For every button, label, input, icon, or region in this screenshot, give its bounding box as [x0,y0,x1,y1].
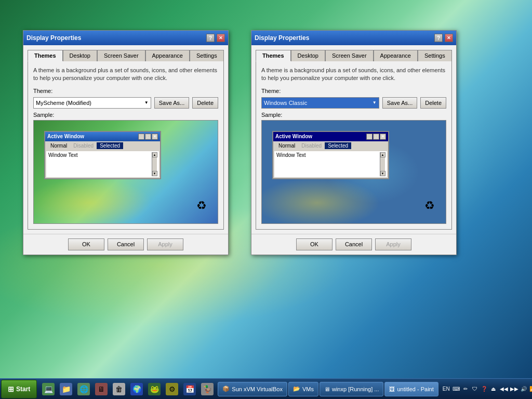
menu-selected-right: Selected [325,142,351,149]
taskbar-items: 💻 📁 🌐 🖥 🗑 🌍 🐸 ⚙ � [38,380,218,398]
taskbar-virtualbox[interactable]: 📦 Sun xVM VirtualBox [218,382,287,396]
tab-settings-right[interactable]: Settings [418,50,452,61]
ok-btn-left[interactable]: OK [68,238,104,250]
taskbar-icon-10[interactable]: 🦆 [199,381,216,397]
taskbar-icon-3[interactable]: 🌐 [75,381,92,397]
winxp-icon: 🖥 [324,386,330,392]
inner-window-title-left: Active Window [47,134,138,139]
desktop: Display Properties ? ✕ Themes Desktop Sc… [0,0,532,399]
description-left: A theme is a background plus a set of so… [33,66,218,83]
tab-appearance-right[interactable]: Appearance [374,50,418,61]
tab-screensaver-right[interactable]: Screen Saver [325,50,374,61]
tab-screensaver-left[interactable]: Screen Saver [97,50,145,61]
inner-scrollbar-left: ▲ ▼ [152,152,157,176]
dialog-right: Display Properties ? ✕ Themes Desktop Sc… [251,30,457,255]
titlebar-controls-left: ? ✕ [206,34,225,42]
taskbar-icon-4[interactable]: 🖥 [93,381,110,397]
apply-btn-left[interactable]: Apply [147,238,183,250]
sample-label-right: Sample: [261,112,446,118]
theme-controls-left: MyScheme (Modified) ▼ Save As... Delete [33,97,218,109]
taskbar: ⊞ Start 💻 📁 🌐 🖥 🗑 🌍 🐸 [0,378,532,399]
menu-disabled-right: Disabled [298,142,325,149]
tab-themes-right[interactable]: Themes [256,50,291,61]
theme-dropdown-left[interactable]: MyScheme (Modified) ▼ [33,97,151,109]
taskbar-icon-2[interactable]: 📁 [58,381,74,397]
help-button-right[interactable]: ? [434,34,443,42]
taskbar-icon-8[interactable]: ⚙ [164,381,180,397]
cancel-btn-right[interactable]: Cancel [336,238,372,250]
taskbar-icon-7[interactable]: 🐸 [146,381,163,397]
inner-close-left: ✕ [152,134,158,140]
network-icon: 🌐 [77,383,90,395]
apply-btn-right[interactable]: Apply [375,238,411,250]
start-label: Start [16,385,30,393]
inner-menu-right: Normal Disabled Selected [273,141,388,150]
vbox-label: Sun xVM VirtualBox [232,386,283,392]
question-icon[interactable]: ❓ [480,385,488,393]
inner-text-area-right: Window Text ▲ ▼ [274,151,387,177]
save-as-btn-left[interactable]: Save As... [154,97,190,109]
keyboard-icon[interactable]: ⌨ [452,385,460,393]
taskbar-icon-9[interactable]: 📅 [181,381,198,397]
lang-label: EN [443,386,450,392]
sample-label-left: Sample: [33,112,218,118]
settings2-icon: ⚙ [166,383,178,395]
tab-desktop-left[interactable]: Desktop [63,50,97,61]
tab-desktop-right[interactable]: Desktop [291,50,325,61]
close-button-left[interactable]: ✕ [217,34,225,42]
tray-icons: ⌨ ✏ 🛡 ❓ ⏏ [452,385,498,393]
menu-normal-right: Normal [275,142,298,149]
tab-bar-right: Themes Desktop Screen Saver Appearance S… [256,49,452,61]
save-as-btn-right[interactable]: Save As... [382,97,418,109]
pen-icon[interactable]: ✏ [461,385,470,393]
tab-appearance-left[interactable]: Appearance [145,50,190,61]
theme-controls-right: Windows Classic ▼ Save As... Delete [261,97,446,109]
close-button-right[interactable]: ✕ [445,34,453,42]
dialog-left-titlebar[interactable]: Display Properties ? ✕ [23,31,228,45]
sample-preview-right: Active Window _ □ ✕ Normal Disabled Sele… [261,120,446,224]
help-button-left[interactable]: ? [206,34,215,42]
inner-max-right: □ [373,134,379,140]
cancel-btn-left[interactable]: Cancel [108,238,144,250]
windows-logo-icon: ⊞ [8,385,14,393]
theme-label-left: Theme: [33,88,59,94]
inner-titlebar-right: Active Window _ □ ✕ [273,132,388,141]
theme-dropdown-right[interactable]: Windows Classic ▼ [261,97,379,109]
dialog-left-title: Display Properties [26,34,206,42]
recycle-bin-preview-right: ♻ [421,199,438,216]
prev-btn[interactable]: ◀◀ [500,385,508,393]
frog-icon: 🐸 [148,383,161,395]
dialog-right-titlebar[interactable]: Display Properties ? ✕ [251,31,456,45]
recycle-icon-left: ♻ [196,199,207,212]
description-right: A theme is a background plus a set of so… [261,66,446,83]
eject-icon[interactable]: ⏏ [489,385,498,393]
inner-min-right: _ [366,134,373,140]
ok-btn-right[interactable]: OK [296,238,332,250]
theme-row-left: Theme: [33,88,218,94]
taskbar-icon-6[interactable]: 🌍 [128,381,145,397]
volume-icon[interactable]: 🔊 [521,385,527,393]
start-button[interactable]: ⊞ Start [1,380,37,398]
inner-scrollbar-right: ▲ ▼ [380,152,385,176]
taskbar-winxp[interactable]: 🖥 winxp [Running] ... [320,382,384,396]
network-tray-icon[interactable]: 📶 [529,385,532,393]
taskbar-paint[interactable]: 🖼 untitled - Paint [384,382,438,396]
recycle-icon-right: ♻ [424,199,435,212]
inner-max-left: □ [145,134,151,140]
language-indicator[interactable]: EN [443,385,450,393]
menu-disabled-left: Disabled [70,142,97,149]
next-btn[interactable]: ▶▶ [510,385,518,393]
taskbar-icon-1[interactable]: 💻 [40,381,57,397]
sample-preview-left: Active Window _ □ ✕ Normal Disabled Sele… [33,120,218,224]
delete-btn-left[interactable]: Delete [192,97,218,109]
inner-close-right: ✕ [380,134,386,140]
shield-icon[interactable]: 🛡 [471,385,479,393]
tab-themes-left[interactable]: Themes [28,50,63,61]
tab-settings-left[interactable]: Settings [190,50,224,61]
delete-btn-right[interactable]: Delete [420,97,446,109]
inner-window-right: Active Window _ □ ✕ Normal Disabled Sele… [272,131,389,179]
taskbar-icon-5[interactable]: 🗑 [111,381,127,397]
taskbar-vms[interactable]: 📂 VMs [288,382,318,396]
window-text-left: Window Text [48,152,152,176]
recycle-bin-preview-left: ♻ [193,199,210,216]
